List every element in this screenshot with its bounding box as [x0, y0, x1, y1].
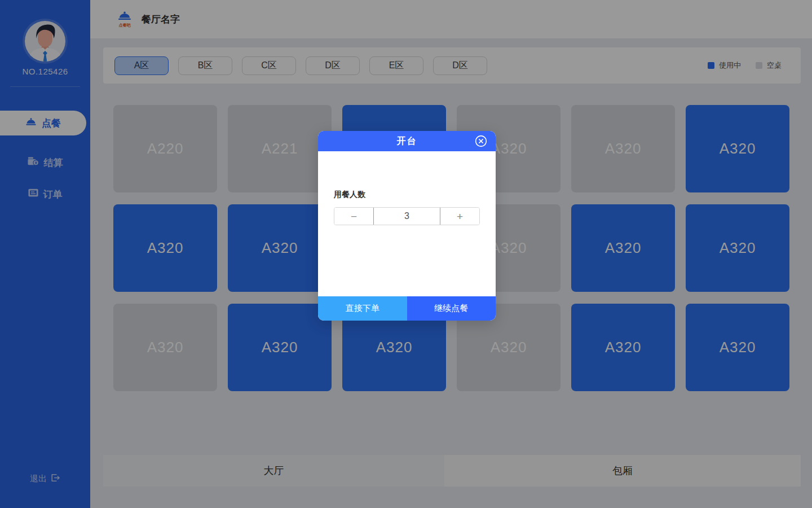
dialog-body: 用餐人数 − 3 +	[318, 151, 496, 296]
dialog-header: 开台	[318, 131, 496, 151]
diners-value[interactable]: 3	[373, 208, 440, 225]
plus-button[interactable]: +	[440, 208, 479, 225]
direct-order-button[interactable]: 直接下单	[318, 296, 407, 321]
dialog-footer: 直接下单 继续点餐	[318, 296, 496, 321]
close-icon[interactable]	[475, 135, 487, 147]
dialog-title: 开台	[397, 135, 417, 147]
minus-button[interactable]: −	[334, 208, 373, 225]
open-table-dialog: 开台 用餐人数 − 3 + 直接下单 继续点餐	[318, 131, 496, 321]
diners-count-label: 用餐人数	[334, 190, 480, 200]
continue-order-button[interactable]: 继续点餐	[407, 296, 496, 321]
diners-count-stepper: − 3 +	[334, 207, 480, 225]
